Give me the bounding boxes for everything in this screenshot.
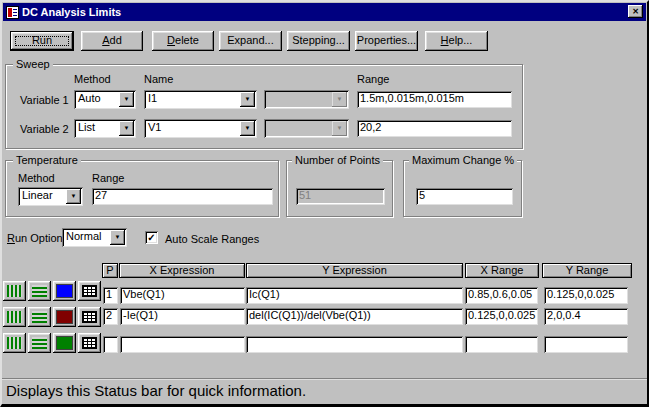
check-icon: ✓ (147, 232, 155, 243)
run-options-label: Run Options (7, 232, 68, 244)
variable1-label: Variable 1 (20, 94, 69, 106)
auto-scale-checkbox[interactable]: ✓ (145, 231, 158, 244)
temperature-range-input[interactable]: 27 (92, 188, 273, 205)
x-axis-grid-button[interactable] (3, 333, 26, 353)
p-input[interactable]: 2 (103, 308, 118, 325)
temperature-method-select[interactable]: Linear ▼ (18, 187, 83, 206)
temperature-legend: Temperature (13, 154, 81, 166)
help-button[interactable]: Help... (425, 31, 488, 51)
color-button[interactable] (53, 281, 76, 301)
y-range-input[interactable] (544, 336, 628, 353)
chevron-down-icon: ▼ (332, 121, 347, 136)
color-swatch (56, 310, 73, 324)
header-p: P (102, 263, 118, 278)
y-expression-input[interactable] (246, 336, 463, 353)
number-of-points-input: 51 (296, 188, 385, 205)
variable2-name-select[interactable]: V1 ▼ (144, 119, 257, 138)
p-input[interactable] (103, 336, 118, 353)
run-options-select[interactable]: Normal ▼ (62, 228, 127, 247)
stepping-button[interactable]: Stepping... (287, 31, 350, 51)
table-grid-icon (82, 285, 97, 297)
numeric-output-button[interactable] (78, 281, 101, 301)
properties-button[interactable]: Properties... (355, 31, 418, 51)
auto-scale-label: Auto Scale Ranges (165, 233, 259, 245)
x-range-input[interactable] (465, 336, 538, 353)
temperature-method-label: Method (18, 172, 55, 184)
maximum-change-group: Maximum Change % 5 (403, 160, 522, 217)
y-axis-grid-button[interactable] (28, 307, 51, 327)
y-range-input[interactable]: 0.125,0,0.025 (544, 287, 628, 304)
x-axis-grid-button[interactable] (3, 281, 26, 301)
chevron-down-icon: ▼ (332, 92, 347, 107)
horizontal-stripes-icon (32, 311, 47, 323)
chevron-down-icon[interactable]: ▼ (240, 121, 255, 136)
run-button[interactable]: Run (10, 31, 74, 51)
vertical-stripes-icon (7, 285, 22, 297)
maximum-change-legend: Maximum Change % (409, 154, 517, 166)
y-axis-grid-button[interactable] (28, 333, 51, 353)
sweep-group: Sweep Method Name Range Variable 1 Auto … (5, 64, 523, 149)
y-expression-input[interactable]: del(IC(Q1))/del(Vbe(Q1)) (246, 308, 463, 325)
number-of-points-legend: Number of Points (292, 154, 383, 166)
expand-button[interactable]: Expand... (219, 31, 282, 51)
numeric-output-button[interactable] (78, 307, 101, 327)
chevron-down-icon[interactable]: ▼ (110, 230, 125, 245)
x-axis-grid-button[interactable] (3, 307, 26, 327)
y-range-input[interactable]: 2,0,0.4 (544, 308, 628, 325)
vertical-stripes-icon (7, 311, 22, 323)
dialog-title: DC Analysis Limits (22, 6, 121, 18)
chevron-down-icon[interactable]: ▼ (240, 92, 255, 107)
horizontal-stripes-icon (32, 337, 47, 349)
x-range-input[interactable]: 0.85,0.6,0.05 (465, 287, 538, 304)
range-column-label: Range (357, 73, 389, 85)
add-button[interactable]: Add (81, 31, 143, 51)
variable1-name-select[interactable]: I1 ▼ (144, 90, 257, 109)
table-grid-icon (82, 337, 97, 349)
sweep-legend: Sweep (13, 58, 53, 70)
variable2-extra-select: ▼ (264, 119, 349, 138)
header-x-range: X Range (465, 263, 539, 278)
x-expression-input[interactable]: Vbe(Q1) (120, 287, 245, 304)
numeric-output-button[interactable] (78, 333, 101, 353)
name-column-label: Name (144, 73, 173, 85)
delete-button[interactable]: Delete (152, 31, 214, 51)
title-bar: DC Analysis Limits ✕ (3, 3, 646, 21)
header-x-expression: X Expression (119, 263, 245, 278)
color-swatch (56, 284, 73, 298)
app-icon (6, 6, 19, 19)
x-expression-input[interactable]: -Ie(Q1) (120, 308, 245, 325)
table-grid-icon (82, 311, 97, 323)
chevron-down-icon[interactable]: ▼ (119, 92, 134, 107)
color-button[interactable] (53, 333, 76, 353)
p-input[interactable]: 1 (103, 287, 118, 304)
color-button[interactable] (53, 307, 76, 327)
variable1-method-select[interactable]: Auto ▼ (74, 90, 136, 109)
vertical-stripes-icon (7, 337, 22, 349)
chevron-down-icon[interactable]: ▼ (119, 121, 134, 136)
maximum-change-input[interactable]: 5 (416, 188, 513, 205)
variable2-range-input[interactable]: 20,2 (357, 120, 512, 137)
number-of-points-group: Number of Points 51 (286, 160, 393, 217)
status-bar: Displays this Status bar for quick infor… (2, 378, 647, 404)
method-column-label: Method (74, 73, 111, 85)
header-y-expression: Y Expression (246, 263, 463, 278)
header-y-range: Y Range (542, 263, 632, 278)
y-axis-grid-button[interactable] (28, 281, 51, 301)
variable2-method-select[interactable]: List ▼ (74, 119, 136, 138)
horizontal-stripes-icon (32, 285, 47, 297)
y-expression-input[interactable]: Ic(Q1) (246, 287, 463, 304)
x-range-input[interactable]: 0.125,0,0.025 (465, 308, 538, 325)
focus-rect (15, 36, 69, 46)
temperature-group: Temperature Method Range Linear ▼ 27 (5, 160, 279, 217)
color-swatch (56, 336, 73, 350)
x-expression-input[interactable] (120, 336, 245, 353)
variable2-label: Variable 2 (20, 123, 69, 135)
close-icon[interactable]: ✕ (628, 5, 643, 18)
dc-analysis-limits-dialog: DC Analysis Limits ✕ Run Add Delete Expa… (0, 0, 649, 407)
variable1-extra-select: ▼ (264, 90, 349, 109)
status-text: Displays this Status bar for quick infor… (6, 382, 306, 399)
temperature-range-label: Range (92, 172, 124, 184)
variable1-range-input[interactable]: 1.5m,0.015m,0.015m (357, 91, 512, 108)
chevron-down-icon[interactable]: ▼ (66, 189, 81, 204)
